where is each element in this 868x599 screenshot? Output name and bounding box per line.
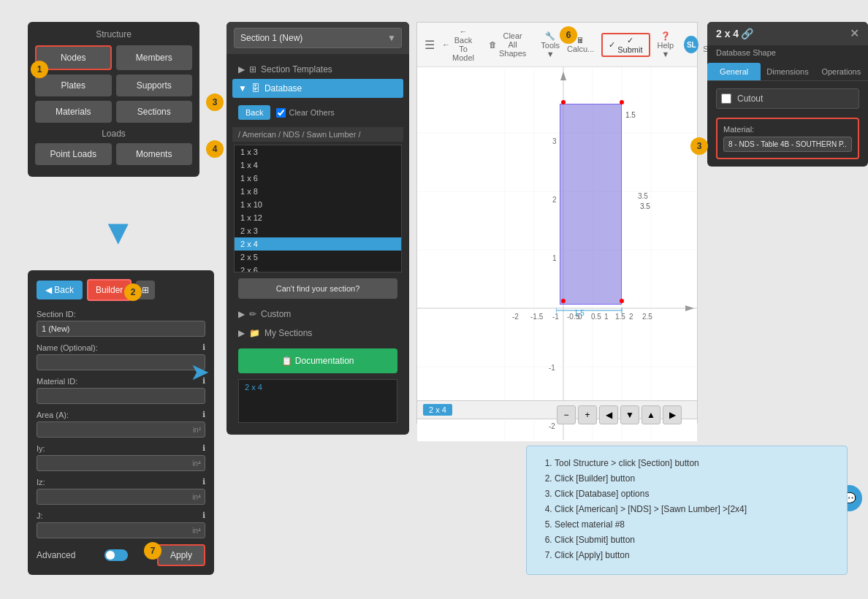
area-label: Area (A): bbox=[37, 411, 69, 419]
clear-others-row[interactable]: Clear Others bbox=[276, 108, 334, 118]
cant-find-button[interactable]: Can't find your section? bbox=[238, 278, 397, 299]
section-dropdown[interactable]: Section 1 (New) bbox=[234, 28, 402, 48]
structure-title: Structure bbox=[35, 29, 192, 39]
shape-properties-panel: 2 x 4 🔗 ✕ Database Shape General Dimensi… bbox=[707, 22, 868, 167]
down-arrow: ▼ bbox=[101, 212, 136, 252]
area-input[interactable] bbox=[37, 421, 205, 438]
instruction-3: Click [Database] options bbox=[555, 487, 834, 500]
checkmark-icon: ✓ bbox=[609, 40, 615, 50]
back-small-button[interactable]: Back bbox=[238, 105, 270, 120]
breadcrumb: / American / NDS / Sawn Lumber / bbox=[232, 127, 403, 142]
dim-label-top: 1.5 bbox=[625, 111, 636, 119]
tab-dimensions[interactable]: Dimensions bbox=[761, 63, 814, 80]
section-selector-panel: Section 1 (New) ▼ ▶ ⊞ Section Templates … bbox=[226, 22, 409, 435]
zoom-out-button[interactable]: − bbox=[557, 405, 576, 424]
j-label: J: bbox=[37, 511, 43, 520]
svg-text:-1.5: -1.5 bbox=[530, 313, 544, 321]
badge-3-right: 3 bbox=[690, 137, 708, 155]
members-button[interactable]: Members bbox=[116, 45, 193, 70]
pan-down-button[interactable]: ▼ bbox=[620, 405, 639, 424]
iz-info-icon: ℹ bbox=[202, 477, 205, 487]
instructions-box: Tool Structure > click [Section] button … bbox=[526, 446, 848, 575]
section-templates-row[interactable]: ▶ ⊞ Section Templates bbox=[232, 60, 403, 79]
sections-button[interactable]: Sections bbox=[116, 101, 193, 123]
section-item-1x12[interactable]: 1 x 12 bbox=[235, 211, 401, 224]
tools-button[interactable]: 🔧 Tools ▼ bbox=[541, 31, 560, 58]
name-input[interactable] bbox=[37, 354, 205, 370]
template-label: Section Templates bbox=[261, 64, 332, 75]
trash-icon: 🗑 bbox=[489, 40, 497, 49]
zoom-in-button[interactable]: + bbox=[578, 405, 597, 424]
chevron-right-icon: ▶ bbox=[238, 64, 245, 75]
material-id-input[interactable]: 1 bbox=[37, 388, 205, 404]
materials-button[interactable]: Materials bbox=[35, 101, 112, 123]
submit-button[interactable]: ✓ ✓ Submit bbox=[601, 33, 650, 57]
svg-text:1.5: 1.5 bbox=[574, 309, 585, 316]
plates-button[interactable]: Plates bbox=[35, 75, 112, 96]
cutout-checkbox[interactable] bbox=[721, 94, 731, 104]
section-item-1x8[interactable]: 1 x 8 bbox=[235, 185, 401, 198]
material-select[interactable]: 8 - NDS - Table 4B - SOUTHERN P... bbox=[723, 137, 852, 152]
badge-2: 2 bbox=[124, 283, 142, 301]
badge-1: 1 bbox=[31, 61, 48, 78]
corner-dot-bl bbox=[561, 299, 566, 303]
back-to-model-label: ← Back To Model bbox=[452, 27, 474, 62]
link-icon[interactable]: 🔗 bbox=[741, 28, 753, 39]
tab-operations[interactable]: Operations bbox=[815, 63, 868, 80]
preview-box: 2 x 4 bbox=[238, 379, 397, 423]
section-item-2x3[interactable]: 2 x 3 bbox=[235, 224, 401, 237]
section-item-2x5[interactable]: 2 x 5 bbox=[235, 251, 401, 264]
custom-row[interactable]: ▶ ✏ Custom bbox=[232, 305, 403, 324]
help-button[interactable]: ❓ Help ▼ bbox=[658, 31, 674, 58]
badge-4: 4 bbox=[206, 140, 224, 158]
svg-text:2.5: 2.5 bbox=[642, 313, 652, 321]
my-sections-row[interactable]: ▶ 📁 My Sections bbox=[232, 324, 403, 343]
database-row[interactable]: ▼ 🗄 Database bbox=[232, 79, 403, 98]
corner-dot-tr bbox=[620, 100, 624, 104]
instruction-4: Click [American] > [NDS] > [Sawn Lumber]… bbox=[555, 503, 834, 516]
pan-right-button[interactable]: ▶ bbox=[663, 405, 682, 424]
svg-text:-1: -1 bbox=[549, 364, 555, 372]
material-section: Material: 8 - NDS - Table 4B - SOUTHERN … bbox=[716, 118, 859, 159]
iy-input[interactable] bbox=[37, 455, 205, 471]
canvas-area: ☰ ← ← Back To Model 🗑 Clear All Shapes 🔧… bbox=[416, 22, 698, 424]
tab-general[interactable]: General bbox=[707, 63, 761, 80]
pan-up-button[interactable]: ▲ bbox=[642, 405, 660, 424]
iy-label: Iy: bbox=[37, 444, 45, 453]
apply-button[interactable]: Apply bbox=[157, 544, 205, 566]
badge-3-left: 3 bbox=[206, 94, 224, 111]
section-item-1x6[interactable]: 1 x 6 bbox=[235, 172, 401, 185]
section-id-select[interactable]: 1 (New) bbox=[37, 321, 205, 337]
my-sections-label: My Sections bbox=[264, 328, 312, 338]
badge-7: 7 bbox=[144, 542, 161, 560]
section-item-1x4[interactable]: 1 x 4 bbox=[235, 159, 401, 172]
custom-label: Custom bbox=[261, 309, 291, 319]
svg-text:3: 3 bbox=[552, 137, 557, 145]
section-item-2x6[interactable]: 2 x 6 bbox=[235, 264, 401, 272]
instruction-2: Click [Builder] button bbox=[555, 472, 834, 485]
j-unit: in⁴ bbox=[192, 527, 201, 535]
hamburger-icon[interactable]: ☰ bbox=[425, 38, 435, 52]
section-id-label: Section ID: bbox=[37, 310, 76, 318]
clear-shapes-button[interactable]: 🗑 Clear All Shapes bbox=[489, 31, 526, 58]
section-item-2x4[interactable]: 2 x 4 bbox=[235, 237, 401, 251]
j-input[interactable] bbox=[37, 522, 205, 538]
back-to-model-button[interactable]: ← ← Back To Model bbox=[442, 27, 474, 62]
supports-button[interactable]: Supports bbox=[116, 75, 193, 96]
instruction-1: Tool Structure > click [Section] button bbox=[555, 457, 834, 470]
pan-left-button[interactable]: ◀ bbox=[599, 405, 618, 424]
clear-shapes-label: Clear All Shapes bbox=[499, 31, 526, 58]
section-item-1x10[interactable]: 1 x 10 bbox=[235, 198, 401, 211]
back-button[interactable]: ◀ Back bbox=[37, 281, 83, 300]
point-loads-button[interactable]: Point Loads bbox=[35, 143, 112, 165]
iz-input[interactable] bbox=[37, 489, 205, 505]
clear-others-checkbox[interactable] bbox=[276, 108, 286, 118]
section-item-1x3[interactable]: 1 x 3 bbox=[235, 145, 401, 159]
svg-text:1: 1 bbox=[552, 254, 557, 262]
material-label: Material: bbox=[723, 125, 852, 134]
moments-button[interactable]: Moments bbox=[116, 143, 193, 165]
canvas-grid: -2 -1.5 -1 -0.5 0 0.5 1 1.5 2 2.5 1 2 3 … bbox=[417, 67, 697, 441]
close-panel-button[interactable]: ✕ bbox=[850, 28, 859, 39]
advanced-toggle[interactable] bbox=[104, 549, 128, 561]
documentation-button[interactable]: 📋 Documentation bbox=[238, 348, 397, 373]
